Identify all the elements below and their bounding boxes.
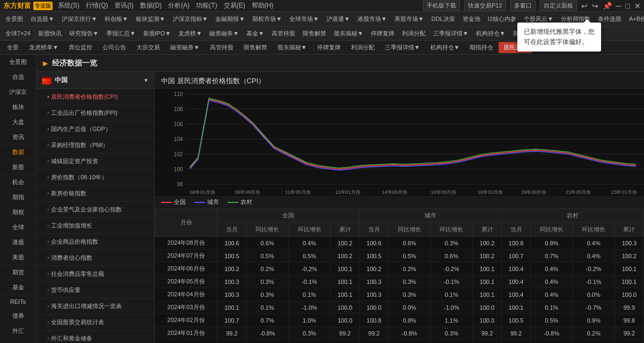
sidebar-item-zhaiquan[interactable]: 债券	[0, 309, 36, 324]
list-item-biz[interactable]: 企业景气及企业家信心指数	[36, 202, 154, 218]
sidebar-item-dapan[interactable]: 大盘	[0, 115, 36, 130]
nav2-yanjiu[interactable]: 研究报告▼	[66, 28, 102, 39]
nav2-gudong[interactable]: 股东揭秘▼	[331, 28, 367, 39]
nav2-jibao[interactable]: 季报汇总▼	[103, 28, 139, 39]
list-item-house[interactable]: 房价指数（08-10年）	[36, 170, 154, 186]
maximize-icon[interactable]: □	[626, 2, 630, 10]
sidebar-item-quanjing[interactable]: 全景图	[0, 55, 36, 70]
nav2-xingu[interactable]: 新股快讯	[35, 28, 65, 39]
close-icon[interactable]: ✕	[634, 2, 641, 10]
sidebar-item-zixun[interactable]: 资讯	[0, 130, 36, 145]
menu-trade[interactable]: 交易(E)	[224, 1, 245, 10]
nav2-longhu[interactable]: 龙虎榜▼	[175, 28, 205, 39]
tab-weizhi[interactable]: 席位监控	[64, 42, 97, 53]
sidebar-item-qihuo[interactable]: 期货	[0, 265, 36, 280]
nav-i2[interactable]: I2核心内参	[485, 13, 519, 25]
nav2-tinpai[interactable]: 停牌复牌	[368, 28, 398, 39]
mobile-download-btn[interactable]: 手机版下载	[423, 1, 460, 11]
sidebar-item-reits[interactable]: REITs	[0, 295, 36, 309]
tab-quanjing[interactable]: 全景	[2, 42, 24, 53]
restore-icon[interactable]: ↩	[581, 2, 588, 10]
nav-ab[interactable]: A+B价格	[626, 13, 644, 25]
tab-lirun[interactable]: 利润分配	[346, 42, 379, 53]
sidebar-item-bankuai[interactable]: 板块	[0, 100, 36, 115]
list-item-customs[interactable]: 海关进出口增减情况一览表	[36, 298, 154, 315]
sidebar-item-jiaoy[interactable]: 交易	[0, 339, 36, 343]
multi-window-btn[interactable]: 多窗口	[510, 1, 536, 11]
nav-zijin[interactable]: 资金池	[459, 13, 484, 25]
tab-gudong[interactable]: 股东揭秘▼	[273, 42, 312, 53]
nav-meigu[interactable]: 美股市场▼	[391, 13, 427, 25]
tab-xianshou[interactable]: 限售解禁	[239, 42, 272, 53]
tab-rongzi[interactable]: 融资融券▼	[165, 42, 204, 53]
menu-function[interactable]: 功能(T)	[196, 1, 217, 10]
list-item-corp[interactable]: 企业商品价格指数	[36, 234, 154, 250]
nav2-lirun[interactable]: 利润分配	[399, 28, 429, 39]
list-item-stock-stats[interactable]: 全国股票交易统计表	[36, 315, 154, 331]
sidebar-item-jijin[interactable]: 基金	[0, 280, 36, 295]
nav2-sanji[interactable]: 三季报详情▼	[430, 28, 472, 39]
menu-market[interactable]: 行情(Q)	[86, 1, 108, 10]
nav-ddl[interactable]: DDL决策	[428, 13, 458, 25]
nav-hushen[interactable]: 沪深京排行▼	[58, 13, 100, 25]
nav-hutong[interactable]: 沪港通▼	[323, 13, 353, 25]
country-header[interactable]: 中国 ▼	[36, 72, 154, 89]
nav-kechuang[interactable]: 科创板▼	[101, 13, 131, 25]
nav2-jijin[interactable]: 基金▼	[243, 28, 267, 39]
list-item-consumer[interactable]: 消费者信心指数	[36, 250, 154, 266]
menu-info[interactable]: 资讯(I)	[114, 1, 133, 10]
sidebar-item-data[interactable]: 数据	[0, 145, 36, 160]
tab-longhu[interactable]: 龙虎榜单▼	[24, 42, 63, 53]
nav-jingzhibiao[interactable]: 沪深京指标▼	[170, 13, 211, 25]
sidebar-item-qiquan[interactable]: 期权	[0, 205, 36, 220]
list-item-newhouse[interactable]: 新房价格指数	[36, 186, 154, 202]
sidebar-item-ganggu[interactable]: 港股	[0, 235, 36, 250]
nav-bankuai[interactable]: 板块监测▼	[133, 13, 169, 25]
list-item-cpi[interactable]: 居民消费者价格指数(CPI)	[36, 89, 154, 105]
redo-icon[interactable]: ↪	[592, 2, 598, 10]
sidebar-item-meigu[interactable]: 美股	[0, 250, 36, 265]
list-item-money[interactable]: 货币供应量	[36, 282, 154, 298]
nav2-xinguipo[interactable]: 新股IPO▼	[140, 28, 174, 39]
list-item-invest[interactable]: 城镇固定资产投资	[36, 154, 154, 170]
tab-sanjiribao[interactable]: 三季报详情▼	[380, 42, 425, 53]
quick-trade-btn[interactable]: 快速交易P12	[464, 1, 506, 11]
sidebar-item-qizhi[interactable]: 期指	[0, 190, 36, 205]
custom-panel-btn[interactable]: 自定义面板	[540, 1, 577, 11]
nav2-rongrong[interactable]: 融资融券▼	[206, 28, 242, 39]
sidebar-item-jihui[interactable]: 机会	[0, 175, 36, 190]
list-item-forex[interactable]: 外汇和黄金储备	[36, 331, 154, 343]
sidebar-item-quanqiu[interactable]: 全球	[0, 220, 36, 235]
tab-tinpai[interactable]: 停牌复牌	[312, 42, 346, 53]
list-item-retail[interactable]: 社会消费品零售总额	[36, 266, 154, 282]
tab-qizhi[interactable]: 期指持仓	[465, 42, 498, 53]
nav-zixuan[interactable]: 自选股▼	[27, 13, 57, 25]
sidebar-item-zixuan[interactable]: 自选	[0, 70, 36, 85]
tab-dazong[interactable]: 大宗交易	[131, 42, 165, 53]
nav-qiquan[interactable]: 期权市场▼	[249, 13, 285, 25]
nav2-quanqiu724[interactable]: 全球7×24	[2, 28, 34, 39]
nav-ganggu[interactable]: 港股市场▼	[354, 13, 390, 25]
sidebar-item-hushen[interactable]: 沪深京	[0, 85, 36, 100]
list-item-industry[interactable]: 工业增加值增长	[36, 218, 154, 234]
pin-icon[interactable]: 📌	[603, 2, 612, 10]
menu-help[interactable]: 帮助(H)	[252, 1, 274, 10]
tab-gonggao[interactable]: 公司公告	[98, 42, 131, 53]
menu-data[interactable]: 数据(D)	[140, 1, 162, 10]
sidebar-item-xingu[interactable]: 新股	[0, 160, 36, 175]
menu-analysis[interactable]: 分析(A)	[168, 1, 189, 10]
tab-jigou[interactable]: 机构持仓▼	[426, 42, 465, 53]
list-item-ppi[interactable]: 工业品出厂价格指数(PPI)	[36, 105, 154, 121]
nav-jinrong[interactable]: 金融期报▼	[212, 13, 248, 25]
data-table-wrap[interactable]: 月份 全国 城市 农村 当月 同比增长 环比增长 累计 当月	[155, 208, 644, 343]
minimize-icon[interactable]: ─	[616, 2, 621, 10]
nav-quanqiu[interactable]: 全球市场▼	[286, 13, 322, 25]
list-item-pmi[interactable]: 采购经理指数（PMI）	[36, 137, 154, 154]
menu-system[interactable]: 系统(S)	[58, 1, 79, 10]
sidebar-item-waihui[interactable]: 外汇	[0, 324, 36, 339]
nav2-gaoguan[interactable]: 高管持股	[268, 28, 298, 39]
nav2-jigou[interactable]: 机构持仓▼	[473, 28, 509, 39]
tab-gaoguan[interactable]: 高管持股	[205, 42, 238, 53]
nav2-xianshou[interactable]: 限售解禁	[299, 28, 330, 39]
nav-quanjing[interactable]: 全景图	[2, 13, 26, 25]
